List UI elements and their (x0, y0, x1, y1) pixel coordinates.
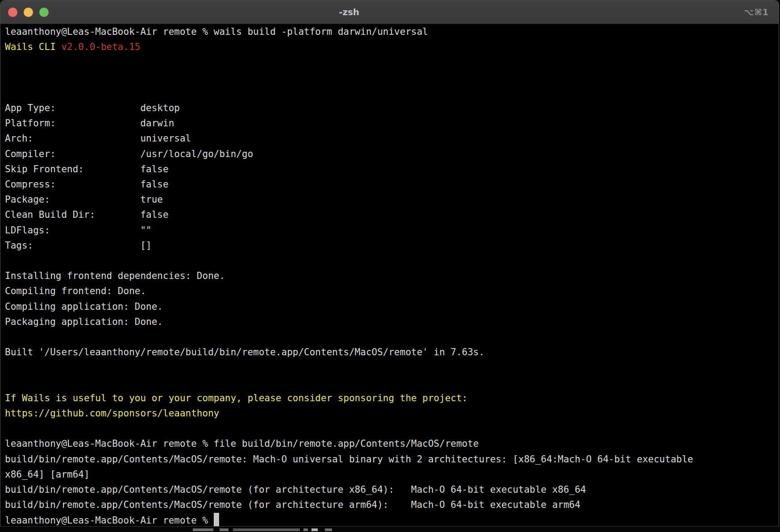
terminal-line: Installing frontend dependencies: Done. (5, 268, 774, 283)
terminal-line: App Type: desktop (5, 100, 774, 116)
terminal-line: https://github.com/sponsors/leaanthony (5, 406, 774, 421)
terminal-line (5, 421, 774, 436)
terminal-text-segment: Skip Frontend: false (5, 164, 169, 175)
traffic-lights (8, 8, 49, 17)
minimize-button[interactable] (24, 8, 33, 17)
terminal-text-segment: Arch: universal (5, 133, 191, 144)
background-window-sliver (0, 527, 780, 532)
background-text-fragment (220, 528, 228, 531)
terminal-line: Compiling application: Done. (5, 299, 774, 314)
terminal-text-segment: Compiling application: Done. (5, 301, 163, 312)
terminal-text-segment: leaanthony@Leas-MacBook-Air remote % (5, 515, 214, 526)
terminal-text-segment: Clean Build Dir: false (5, 209, 169, 220)
terminal-text-segment: leaanthony@Leas-MacBook-Air remote % fil… (5, 438, 479, 449)
background-text-fragment (311, 528, 318, 531)
terminal-text-segment: Packaging application: Done. (5, 316, 163, 327)
terminal-line: Packaging application: Done. (5, 314, 774, 329)
terminal-text-segment: Platform: darwin (5, 118, 174, 129)
close-button[interactable] (8, 8, 17, 17)
terminal-line: LDFlags: "" (5, 223, 774, 238)
terminal-text-segment: x86_64] [arm64] (5, 469, 90, 480)
terminal-text-segment: LDFlags: "" (5, 225, 152, 236)
terminal-text-segment: v2.0.0-beta.15 (61, 42, 140, 52)
terminal-line: x86_64] [arm64] (5, 467, 774, 482)
background-text-fragment (303, 528, 308, 531)
terminal-text-segment: build/bin/remote.app/Contents/MacOS/remo… (5, 484, 586, 495)
zoom-button[interactable] (39, 8, 49, 17)
terminal-line: build/bin/remote.app/Contents/MacOS/remo… (5, 482, 774, 497)
terminal-line: leaanthony@Leas-MacBook-Air remote % wai… (5, 24, 774, 39)
terminal-line: Compiler: /usr/local/go/bin/go (5, 146, 774, 162)
terminal-line: Wails CLI v2.0.0-beta.15 (5, 39, 774, 54)
terminal-window: -zsh ⌥⌘1 leaanthony@Leas-MacBook-Air rem… (0, 0, 779, 527)
terminal-line: Arch: universal (5, 131, 774, 146)
terminal-text-segment: Compiler: /usr/local/go/bin/go (5, 149, 253, 159)
terminal-line: Package: true (5, 192, 774, 207)
terminal-body[interactable]: leaanthony@Leas-MacBook-Air remote % wai… (0, 24, 779, 527)
terminal-line: leaanthony@Leas-MacBook-Air remote % fil… (5, 436, 774, 451)
terminal-text-segment: build/bin/remote.app/Contents/MacOS/remo… (5, 499, 581, 510)
background-text-fragment (325, 528, 332, 531)
terminal-line: leaanthony@Leas-MacBook-Air remote % (5, 513, 774, 527)
terminal-line: Compiling frontend: Done. (5, 283, 774, 299)
terminal-line: Tags: [] (5, 238, 774, 253)
background-text-fragment (233, 528, 300, 531)
terminal-line (5, 85, 774, 100)
terminal-line: If Wails is useful to you or your compan… (5, 391, 774, 406)
terminal-line (5, 253, 774, 268)
window-title: -zsh (339, 0, 359, 24)
terminal-text-segment: Built '/Users/leaanthony/remote/build/bi… (5, 347, 485, 357)
terminal-text-segment: build/bin/remote.app/Contents/MacOS/remo… (5, 454, 693, 465)
terminal-text-segment: Tags: [] (5, 240, 152, 251)
terminal-text-segment: Compress: false (5, 179, 169, 190)
terminal-line: build/bin/remote.app/Contents/MacOS/remo… (5, 497, 774, 512)
terminal-cursor (214, 513, 220, 527)
window-shortcut-badge: ⌥⌘1 (744, 0, 769, 24)
terminal-line: Platform: darwin (5, 116, 774, 131)
terminal-line (5, 360, 774, 375)
background-text-fragment (193, 528, 213, 531)
terminal-line: Skip Frontend: false (5, 162, 774, 177)
terminal-line: build/bin/remote.app/Contents/MacOS/remo… (5, 452, 774, 467)
terminal-line (5, 54, 774, 70)
terminal-text-segment: https://github.com/sponsors/leaanthony (5, 408, 219, 419)
terminal-line (5, 375, 774, 391)
terminal-line (5, 70, 774, 85)
terminal-line: Compress: false (5, 177, 774, 192)
terminal-text-segment: Package: true (5, 194, 163, 205)
terminal-line (5, 329, 774, 345)
terminal-text-segment: App Type: desktop (5, 103, 180, 113)
terminal-text-segment: Compiling frontend: Done. (5, 286, 146, 296)
terminal-text-segment: Installing frontend dependencies: Done. (5, 270, 225, 281)
terminal-text-segment: leaanthony@Leas-MacBook-Air remote % wai… (5, 26, 428, 37)
titlebar[interactable]: -zsh ⌥⌘1 (0, 0, 779, 24)
terminal-line: Built '/Users/leaanthony/remote/build/bi… (5, 345, 774, 360)
terminal-line: Clean Build Dir: false (5, 207, 774, 222)
terminal-text-segment: Wails CLI (5, 42, 61, 52)
terminal-text-segment: If Wails is useful to you or your compan… (5, 393, 468, 403)
